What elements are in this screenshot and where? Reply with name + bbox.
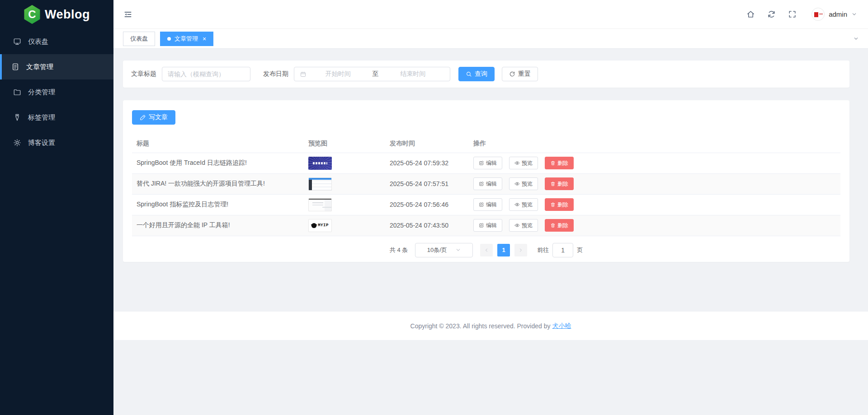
sidebar-toggle-button[interactable] (120, 6, 136, 23)
title-label: 文章标题 (131, 70, 156, 78)
publish-time: 2025-05-24 07:43:50 (385, 215, 469, 236)
delete-button[interactable]: 删除 (545, 219, 574, 232)
sidebar-item-label: 标签管理 (28, 113, 55, 122)
tab-close-icon[interactable]: × (203, 36, 206, 42)
delete-label: 删除 (557, 201, 568, 209)
preview-button[interactable]: 预览 (509, 198, 538, 211)
table-row: 一个好用且开源的全能 IP 工具箱! MYIP 2025-05-24 07:43… (132, 215, 840, 236)
home-button[interactable] (745, 9, 756, 20)
preview-button[interactable]: 预览 (509, 177, 538, 190)
pen-icon (140, 114, 146, 121)
sidebar-item-label: 分类管理 (28, 88, 55, 97)
tab-label: 仪表盘 (130, 35, 148, 43)
preview-button[interactable]: 预览 (509, 157, 538, 169)
trash-icon (550, 160, 556, 166)
row-actions: 编辑 预览 删除 (473, 177, 836, 190)
table-row: SpringBoot 使用 TraceId 日志链路追踪! 2025-05-24… (132, 153, 840, 173)
edit-button[interactable]: 编辑 (473, 198, 502, 211)
user-menu[interactable]: admin (811, 8, 857, 21)
row-actions: 编辑 预览 删除 (473, 219, 836, 232)
sidebar-item-categories[interactable]: 分类管理 (0, 79, 113, 105)
edit-button[interactable]: 编辑 (473, 219, 502, 232)
publish-time: 2025-05-24 07:57:51 (385, 173, 469, 194)
reset-icon (509, 71, 515, 77)
reset-button-label: 重置 (518, 70, 531, 78)
pagination-total: 共 4 条 (390, 246, 408, 254)
app-logo: C Weblog (0, 0, 113, 29)
write-article-label: 写文章 (149, 113, 168, 121)
edit-icon (479, 202, 484, 207)
dashboard-icon (13, 37, 21, 46)
sidebar-item-articles[interactable]: 文章管理 (0, 54, 113, 79)
table-row: SpringBoot 指标监控及日志管理! 2025-05-24 07:56:4… (132, 194, 840, 215)
logo-icon: C (24, 5, 41, 24)
eye-icon (514, 181, 520, 187)
myip-text: MYIP (318, 223, 329, 228)
preview-label: 预览 (522, 159, 533, 167)
publish-time: 2025-05-24 07:56:46 (385, 194, 469, 215)
tab-dashboard[interactable]: 仪表盘 (123, 32, 155, 46)
articles-card: 写文章 标题 预览图 发布时间 操作 SpringBoot 使用 TraceI (123, 100, 849, 262)
goto-label: 前往 (537, 246, 549, 254)
search-card: 文章标题 发布日期 开始时间 至 结束时间 查询 重置 (123, 61, 849, 88)
preview-label: 预览 (522, 180, 533, 188)
next-page-button[interactable] (514, 244, 527, 256)
tab-articles[interactable]: 文章管理 × (160, 32, 213, 46)
provider-link[interactable]: 犬小哈 (552, 322, 571, 330)
table-row: 替代 JIRA! 一款功能强大的开源项目管理工具! 2025-05-24 07:… (132, 173, 840, 194)
article-thumbnail (308, 198, 332, 211)
date-range-picker[interactable]: 开始时间 至 结束时间 (294, 67, 450, 81)
row-actions: 编辑 预览 删除 (473, 157, 836, 169)
edit-icon (479, 223, 484, 228)
article-title: 替代 JIRA! 一款功能强大的开源项目管理工具! (132, 173, 304, 194)
sidebar: C Weblog 仪表盘 文章管理 分类管理 标签管理 博客设置 (0, 0, 113, 415)
edit-label: 编辑 (486, 201, 497, 209)
eye-icon (514, 223, 520, 228)
top-navbar: admin (113, 0, 868, 29)
active-tab-dot (167, 37, 171, 41)
edit-button[interactable]: 编辑 (473, 157, 502, 169)
chevron-down-icon (851, 11, 857, 17)
page-size-select[interactable]: 10条/页 (415, 243, 473, 257)
gear-icon (13, 139, 21, 147)
edit-button[interactable]: 编辑 (473, 177, 502, 190)
chevron-down-icon (853, 36, 859, 42)
trash-icon (550, 223, 556, 228)
reset-button[interactable]: 重置 (502, 67, 538, 81)
delete-button[interactable]: 删除 (545, 157, 574, 169)
fold-icon (123, 10, 132, 19)
sidebar-item-label: 仪表盘 (28, 37, 48, 46)
refresh-button[interactable] (765, 9, 777, 20)
delete-button[interactable]: 删除 (545, 177, 574, 190)
app-root: C Weblog 仪表盘 文章管理 分类管理 标签管理 博客设置 (0, 0, 868, 415)
date-label: 发布日期 (263, 70, 288, 78)
preview-button[interactable]: 预览 (509, 219, 538, 232)
tabs-dropdown-button[interactable] (853, 36, 859, 42)
edit-label: 编辑 (486, 159, 497, 167)
eye-icon (514, 160, 520, 166)
article-thumbnail (308, 177, 332, 191)
title-search-input[interactable] (162, 67, 250, 81)
sidebar-item-settings[interactable]: 博客设置 (0, 130, 113, 155)
write-article-button[interactable]: 写文章 (132, 110, 175, 125)
logo-letter: C (28, 8, 36, 21)
article-title: 一个好用且开源的全能 IP 工具箱! (132, 215, 304, 236)
main-area: admin 仪表盘 文章管理 × 文章标题 (113, 0, 868, 415)
fullscreen-button[interactable] (786, 9, 798, 20)
sidebar-item-tags[interactable]: 标签管理 (0, 105, 113, 130)
prev-page-button[interactable] (480, 244, 493, 256)
trash-icon (550, 202, 556, 207)
chevron-left-icon (484, 247, 489, 253)
delete-button[interactable]: 删除 (545, 198, 574, 211)
footer: Copyright © 2023. All rights reserved. P… (113, 312, 868, 340)
page-background (113, 340, 868, 415)
goto-page-input[interactable] (552, 243, 573, 257)
sidebar-item-dashboard[interactable]: 仪表盘 (0, 29, 113, 54)
query-button[interactable]: 查询 (458, 67, 495, 81)
publish-time: 2025-05-24 07:59:32 (385, 153, 469, 173)
date-separator: 至 (370, 70, 382, 78)
edit-icon (479, 181, 484, 187)
row-actions: 编辑 预览 删除 (473, 198, 836, 211)
page-number-button[interactable]: 1 (497, 244, 510, 256)
sidebar-item-label: 博客设置 (28, 139, 55, 147)
